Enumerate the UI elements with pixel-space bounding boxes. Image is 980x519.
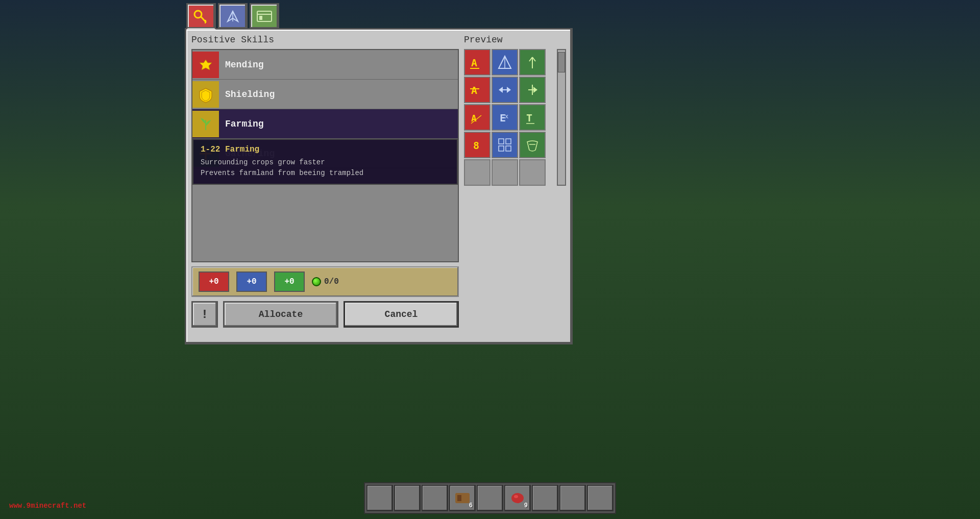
svg-marker-21: [499, 87, 503, 93]
stat-blue: +0: [236, 271, 267, 292]
hotbar-slot-2: [394, 485, 421, 511]
svg-marker-23: [533, 87, 537, 93]
preview-scrollbar[interactable]: [557, 49, 566, 186]
tooltip-line-2: Prevents farmland from beeing trampled: [201, 168, 450, 179]
farming-icon: [192, 111, 219, 137]
hotbar: 6 9: [364, 482, 616, 514]
skill-item-shielding[interactable]: Shielding: [192, 80, 458, 109]
hotbar-slot-5: [477, 485, 503, 511]
allocate-label: Allocate: [259, 309, 303, 319]
preview-cell-1-2[interactable]: [519, 77, 546, 103]
svg-text:x: x: [505, 113, 508, 120]
tab-enchants[interactable]: [218, 3, 248, 30]
preview-cell-4-1[interactable]: [492, 159, 518, 186]
skill-item-farming[interactable]: Farming 1-22 Farming Surrounding crops g…: [192, 109, 458, 139]
positive-skills-title: Positive Skills: [191, 35, 459, 45]
hotbar-slot-1: [366, 485, 393, 511]
tab-trade[interactable]: [250, 3, 279, 30]
enchant-icon: [224, 7, 242, 26]
shielding-icon: [192, 81, 219, 108]
preview-cell-4-0[interactable]: [464, 159, 491, 186]
stat-red: +0: [199, 271, 229, 292]
dialog-columns: Positive Skills Mending: [191, 35, 566, 328]
key-icon: [192, 7, 210, 26]
cancel-label: Cancel: [385, 309, 418, 319]
cancel-button[interactable]: Cancel: [344, 301, 459, 328]
scrollbar-thumb: [558, 52, 565, 72]
preview-cell-2-1[interactable]: E x: [492, 104, 518, 131]
left-panel: Positive Skills Mending: [191, 35, 459, 328]
svg-text:8: 8: [473, 139, 479, 152]
preview-cell-1-1[interactable]: [492, 77, 518, 103]
info-button[interactable]: !: [191, 301, 218, 328]
svg-rect-7: [259, 16, 262, 20]
stat-bar: +0 +0 +0 0/0: [191, 266, 459, 297]
hotbar-count-4: 6: [469, 502, 473, 509]
preview-cell-0-1[interactable]: [492, 49, 518, 76]
hotbar-slot-7: [532, 485, 558, 511]
preview-cell-3-2[interactable]: [519, 132, 546, 158]
mending-icon: [192, 52, 219, 78]
tab-bar: [186, 3, 279, 30]
main-dialog: Positive Skills Mending: [185, 28, 573, 344]
svg-text:A: A: [471, 84, 477, 96]
points-label: 0/0: [324, 277, 339, 286]
shielding-label: Shielding: [219, 89, 275, 100]
hotbar-slot-9: [587, 485, 614, 511]
svg-rect-33: [506, 139, 511, 144]
preview-cell-0-0[interactable]: A: [464, 49, 491, 76]
hotbar-slot-3: [422, 485, 448, 511]
farming-label: Farming: [219, 119, 264, 129]
info-label: !: [201, 308, 208, 322]
svg-text:A: A: [471, 57, 477, 69]
svg-text:T: T: [526, 112, 532, 124]
skills-list: Mending Shielding: [191, 49, 459, 262]
svg-rect-34: [499, 146, 504, 151]
svg-rect-38: [457, 495, 461, 501]
preview-cell-2-2[interactable]: T: [519, 104, 546, 131]
watermark-text: www.9minecraft.net: [9, 502, 86, 510]
preview-cell-3-0[interactable]: 8: [464, 132, 491, 158]
action-buttons: ! Allocate Cancel: [191, 301, 459, 328]
preview-grid: A: [464, 49, 556, 186]
stat-green: +0: [274, 271, 305, 292]
watermark: www.9minecraft.net: [9, 502, 86, 510]
right-panel: Preview A: [464, 35, 566, 328]
skill-item-gathering[interactable]: Gathering: [192, 139, 458, 168]
preview-cell-2-0[interactable]: A: [464, 104, 491, 131]
svg-rect-32: [499, 139, 504, 144]
preview-title: Preview: [464, 35, 566, 45]
hotbar-slot-6: 9: [504, 485, 531, 511]
dialog-content: Positive Skills Mending: [186, 30, 571, 343]
skill-item-mending[interactable]: Mending: [192, 50, 458, 80]
preview-cell-1-0[interactable]: A: [464, 77, 491, 103]
svg-rect-35: [506, 146, 511, 151]
svg-marker-20: [507, 87, 511, 93]
gathering-label: Gathering: [219, 149, 275, 159]
gathering-icon: [192, 140, 219, 167]
trade-icon: [255, 7, 274, 26]
allocate-button[interactable]: Allocate: [223, 301, 338, 328]
svg-point-39: [511, 493, 524, 503]
mending-label: Mending: [219, 60, 264, 70]
tab-skills[interactable]: [186, 3, 216, 30]
svg-text:A: A: [471, 113, 477, 123]
hotbar-slot-4: 6: [449, 485, 476, 511]
preview-cell-0-2[interactable]: [519, 49, 546, 76]
hotbar-count-6: 9: [524, 502, 528, 509]
preview-cell-4-2[interactable]: [519, 159, 546, 186]
preview-grid-wrapper: A: [464, 49, 566, 186]
svg-point-40: [514, 495, 518, 498]
hotbar-slot-8: [559, 485, 586, 511]
preview-cell-3-1[interactable]: [492, 132, 518, 158]
green-dot: [312, 277, 321, 286]
stat-points: 0/0: [312, 277, 339, 286]
